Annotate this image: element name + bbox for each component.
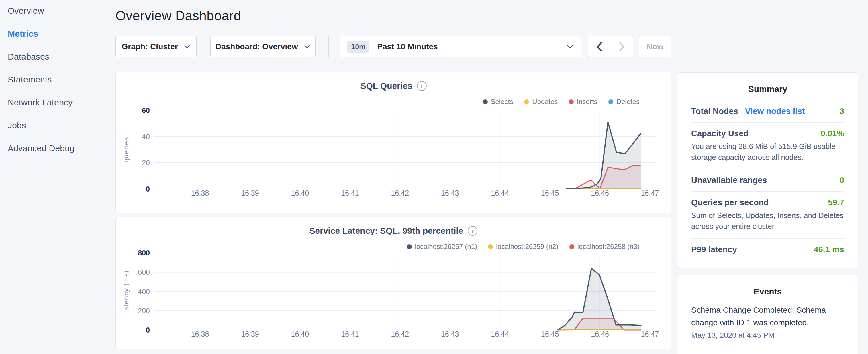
sidebar-item-overview[interactable]: Overview: [8, 6, 116, 16]
summary-subtext: Sum of Selects, Updates, Inserts, and De…: [691, 210, 844, 232]
dashboard-dropdown[interactable]: Dashboard: Overview: [210, 36, 315, 57]
series-area-localhost-26257-n1: [558, 268, 641, 330]
svg-text:16:41: 16:41: [341, 189, 359, 197]
time-range-badge: 10m: [347, 41, 369, 53]
chevron-left-icon: [596, 41, 603, 53]
main-content: Overview Dashboard Graph: Cluster Dashbo…: [116, 0, 672, 349]
y-axis-ticks: 0204060: [142, 106, 150, 193]
controls-bar: Graph: Cluster Dashboard: Overview 10m P…: [116, 36, 672, 57]
summary-subtext: You are using 28.6 MiB of 515.9 GiB usab…: [691, 141, 844, 163]
chevron-down-icon: [184, 44, 191, 49]
svg-text:60: 60: [142, 106, 150, 114]
svg-text:16:43: 16:43: [441, 330, 459, 338]
summary-row-queries-per-second: Queries per second59.7Sum of Selects, Up…: [691, 191, 844, 238]
sidebar-item-jobs[interactable]: Jobs: [8, 121, 116, 130]
now-button[interactable]: Now: [639, 36, 672, 57]
time-forward-button[interactable]: [611, 36, 633, 57]
summary-value: 0: [840, 175, 844, 185]
x-axis-ticks: 16:3816:3916:4016:4116:4216:4316:4416:45…: [191, 189, 659, 197]
sidebar-item-advanced-debug[interactable]: Advanced Debug: [8, 143, 116, 153]
service-latency-chart[interactable]: 020040060080016:3816:3916:4016:4116:4216…: [116, 217, 671, 349]
svg-text:0: 0: [146, 185, 150, 193]
svg-text:16:42: 16:42: [391, 189, 409, 197]
summary-label: Unavailable ranges: [691, 175, 767, 185]
sidebar-item-network-latency[interactable]: Network Latency: [8, 98, 116, 107]
svg-text:16:40: 16:40: [291, 330, 309, 338]
svg-text:40: 40: [142, 133, 150, 141]
sidebar-item-statements[interactable]: Statements: [8, 75, 116, 85]
summary-label: Capacity Used: [691, 129, 748, 138]
time-back-button[interactable]: [588, 36, 611, 57]
sidebar-item-metrics[interactable]: Metrics: [8, 29, 116, 39]
summary-row-p99-latency: P99 latency46.1 ms: [691, 238, 844, 261]
event-item: Schema Change Completed: Schema change w…: [691, 304, 844, 340]
sql-queries-chart-card: SQL Queries i SelectsUpdatesInsertsDelet…: [116, 72, 672, 213]
summary-value: 3: [840, 106, 844, 116]
service-latency-chart-card: Service Latency: SQL, 99th percentile i …: [116, 217, 672, 349]
summary-row-total-nodes: Total NodesView nodes list3: [691, 100, 844, 122]
graph-dropdown[interactable]: Graph: Cluster: [116, 36, 196, 57]
svg-text:16:39: 16:39: [241, 330, 259, 338]
svg-text:16:42: 16:42: [391, 330, 409, 338]
chevron-right-icon: [618, 41, 626, 53]
summary-label: Queries per second: [691, 198, 769, 207]
summary-value: 46.1 ms: [814, 245, 844, 254]
chevron-down-icon: [566, 44, 574, 49]
svg-text:16:40: 16:40: [291, 189, 309, 197]
svg-text:16:41: 16:41: [341, 330, 359, 338]
svg-text:20: 20: [142, 159, 150, 167]
time-window-selector[interactable]: 10m Past 10 Minutes: [340, 36, 581, 57]
summary-label: Total Nodes: [691, 106, 738, 116]
sidebar: OverviewMetricsDatabasesStatementsNetwor…: [0, 0, 116, 166]
x-axis-ticks: 16:3816:3916:4016:4116:4216:4316:4416:45…: [191, 330, 659, 338]
dashboard-dropdown-label: Dashboard: Overview: [216, 42, 298, 51]
summary-label: P99 latency: [691, 245, 737, 254]
time-range-label: Past 10 Minutes: [377, 42, 438, 51]
summary-title: Summary: [691, 84, 844, 94]
right-sidebar: Summary Total NodesView nodes list3Capac…: [677, 72, 858, 354]
svg-text:16:46: 16:46: [591, 330, 609, 338]
sidebar-item-databases[interactable]: Databases: [8, 52, 116, 62]
sql-queries-chart[interactable]: 020406016:3816:3916:4016:4116:4216:4316:…: [116, 72, 671, 213]
view-nodes-link[interactable]: View nodes list: [745, 106, 805, 116]
summary-panel: Summary Total NodesView nodes list3Capac…: [677, 72, 858, 268]
event-timestamp: May 13, 2020 at 4:45 PM: [691, 331, 844, 340]
svg-text:16:38: 16:38: [191, 330, 209, 338]
page-title: Overview Dashboard: [116, 8, 672, 24]
summary-value: 0.01%: [821, 129, 844, 138]
svg-text:16:47: 16:47: [641, 330, 659, 338]
events-title: Events: [691, 287, 844, 296]
summary-row-unavailable-ranges: Unavailable ranges0: [691, 169, 844, 191]
y-axis-label: latency (ms): [122, 270, 130, 313]
svg-text:16:47: 16:47: [641, 189, 659, 197]
gridlines: [154, 110, 656, 189]
svg-text:0: 0: [146, 326, 150, 334]
chevron-down-icon: [304, 44, 311, 49]
svg-text:16:45: 16:45: [541, 330, 559, 338]
svg-text:800: 800: [138, 249, 150, 257]
svg-text:200: 200: [138, 307, 150, 315]
svg-text:16:44: 16:44: [491, 189, 509, 197]
summary-value: 59.7: [828, 198, 844, 207]
svg-text:16:43: 16:43: [441, 189, 459, 197]
svg-text:400: 400: [138, 288, 150, 296]
svg-text:600: 600: [138, 268, 150, 276]
controls-divider: [329, 36, 329, 57]
svg-text:16:38: 16:38: [191, 189, 209, 197]
y-axis-ticks: 0200400600800: [138, 249, 150, 334]
y-axis-label: queries: [122, 137, 130, 162]
graph-dropdown-label: Graph: Cluster: [122, 42, 178, 51]
time-step-buttons: [588, 36, 633, 57]
event-message: Schema Change Completed: Schema change w…: [691, 304, 844, 329]
svg-text:16:39: 16:39: [241, 189, 259, 197]
events-panel: Events Schema Change Completed: Schema c…: [677, 275, 858, 354]
svg-text:16:44: 16:44: [491, 330, 509, 338]
svg-text:16:46: 16:46: [591, 189, 609, 197]
summary-row-capacity-used: Capacity Used0.01%You are using 28.6 MiB…: [691, 122, 844, 169]
svg-text:16:45: 16:45: [541, 189, 559, 197]
